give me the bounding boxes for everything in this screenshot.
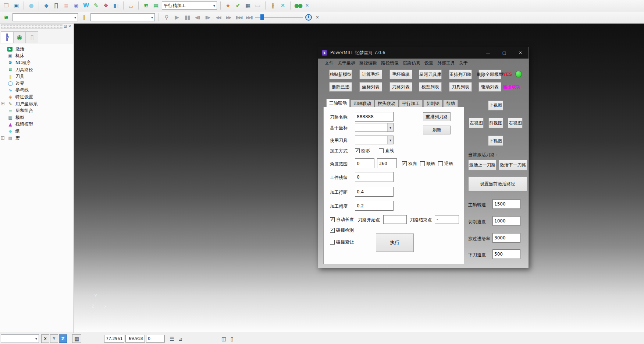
simulation-speed-slider[interactable] xyxy=(255,13,303,21)
coordinate-z-field[interactable]: 0 xyxy=(146,335,165,343)
coordinate-y-field[interactable]: -69.918 xyxy=(125,335,145,343)
expand-icon[interactable]: + xyxy=(1,102,4,105)
collision-check-checkbox[interactable]: 碰撞检测 xyxy=(330,227,354,234)
fast-forward-icon[interactable]: ▶▶ xyxy=(224,13,232,21)
checkbox-checked-icon[interactable] xyxy=(330,228,335,233)
rapid-heights-icon[interactable]: ≣ xyxy=(62,1,70,10)
bidirectional-checkbox[interactable]: 双向 xyxy=(402,161,417,167)
axis-x-toggle[interactable]: X xyxy=(41,334,49,343)
menu-settings[interactable]: 设置 xyxy=(424,60,433,66)
execute-button[interactable]: 执行 xyxy=(376,234,414,252)
menu-path-mirror[interactable]: 路径镜像 xyxy=(381,60,399,66)
pause-icon[interactable]: ▮▮ xyxy=(183,13,191,21)
cross-arrows-icon[interactable]: ✕ xyxy=(279,1,287,10)
ruler-icon[interactable]: ▭ xyxy=(254,1,262,10)
stock-allowance-input[interactable]: 0 xyxy=(355,172,394,182)
powermill-logo-icon[interactable]: ≋ xyxy=(142,1,150,10)
view-right-button[interactable]: 右视图 xyxy=(508,118,523,128)
tool-star-icon[interactable]: ★ xyxy=(224,1,232,10)
tree-item-activate[interactable]: ▶激活 xyxy=(0,46,73,53)
sim-toolbar-close-icon[interactable]: ✕ xyxy=(314,13,321,21)
workplane-indicator-icon[interactable]: ⊿ xyxy=(176,334,185,343)
toolpath-end-input[interactable]: - xyxy=(435,215,459,224)
plunge-feed-input[interactable]: 500 xyxy=(492,249,520,259)
tree-item-boundaries[interactable]: ◯边界 xyxy=(0,80,73,87)
activate-prev-button[interactable]: 激活上一刀路 xyxy=(468,160,497,171)
model-list-button[interactable]: 模型列表 xyxy=(419,82,442,92)
panel-float-icon[interactable]: ⊡ xyxy=(64,24,67,28)
auto-length-checkbox[interactable]: 自动长度 xyxy=(330,217,354,223)
edit-block-button[interactable]: 毛坯编辑 xyxy=(389,70,412,79)
tool-library-button[interactable]: 星河刀具库 xyxy=(419,70,442,79)
panel-close-icon[interactable]: ✕ xyxy=(68,24,71,28)
tree-item-tools[interactable]: ∥刀具 xyxy=(0,73,73,80)
panel-refresh-button[interactable]: 刷新 xyxy=(423,126,451,134)
view-front-button[interactable]: 前视图 xyxy=(488,118,503,128)
panel-gripper[interactable] xyxy=(1,27,63,29)
collision-avoid-checkbox[interactable]: 碰撞避让 xyxy=(330,239,354,245)
grid-toggle-icon[interactable]: ▦ xyxy=(72,334,81,343)
menu-path-edit[interactable]: 路径编辑 xyxy=(359,60,377,66)
go-to-start-icon[interactable]: ▮◀◀ xyxy=(235,13,243,21)
start-point-icon[interactable]: ❖ xyxy=(102,1,110,10)
pencil-edit-icon[interactable]: ✎ xyxy=(92,1,100,10)
menu-render-sim[interactable]: 渲染仿真 xyxy=(403,60,420,66)
strategy-list-icon[interactable]: ▤ xyxy=(152,1,160,10)
close-icon[interactable]: ✕ xyxy=(512,47,529,59)
strategy-dropdown[interactable]: 平行精加工 ▾ xyxy=(162,1,217,10)
paste-model-button[interactable]: 粘贴新模型 xyxy=(329,70,352,79)
tool-select-dropdown[interactable]: ▾ xyxy=(90,13,155,21)
view-top-button[interactable]: 上视图 xyxy=(488,101,503,110)
slider-thumb[interactable] xyxy=(260,14,264,20)
delete-all-models-button[interactable]: 删除全部模型 xyxy=(478,70,501,79)
tree-item-levels-sets[interactable]: ≡层和组合 xyxy=(0,107,73,114)
checkbox-icon[interactable] xyxy=(420,161,425,166)
clock-icon[interactable] xyxy=(305,14,312,21)
tolerance-input[interactable]: 0.2 xyxy=(355,201,394,211)
checkbox-icon[interactable] xyxy=(438,161,443,166)
panel-reorder-button[interactable]: 重排列刀路 xyxy=(423,112,451,121)
menu-file[interactable]: 文件 xyxy=(325,60,334,66)
activate-next-button[interactable]: 激活下一刀路 xyxy=(499,160,527,171)
view-bottom-button[interactable]: 下视图 xyxy=(488,136,503,146)
open-project-icon[interactable]: ❐ xyxy=(2,1,10,10)
tree-item-models[interactable]: ▦模型 xyxy=(0,114,73,121)
use-tool-select[interactable]: ▾ xyxy=(355,136,394,144)
spindle-speed-input[interactable]: 1500 xyxy=(492,199,520,209)
tree-item-machine[interactable]: ▣机床 xyxy=(0,53,73,60)
cutting-feed-input[interactable]: 1000 xyxy=(492,216,520,226)
checkbox-icon[interactable] xyxy=(379,148,384,153)
tab-help[interactable]: 帮助 xyxy=(443,100,458,107)
coordinate-list-icon[interactable]: ☰ xyxy=(167,334,177,343)
tree-item-nc-program[interactable]: ⚙NC程序 xyxy=(0,59,73,66)
tool-list-button[interactable]: 刀具列表 xyxy=(449,82,472,92)
checkbox-checked-icon[interactable] xyxy=(402,161,407,166)
leads-links-icon[interactable]: W xyxy=(82,1,90,10)
tree-item-macros[interactable]: +▤宏 xyxy=(0,135,73,142)
tab-recycle-bin[interactable]: ▯ xyxy=(26,31,38,43)
save-project-icon[interactable]: ▣ xyxy=(12,1,20,10)
view-left-button[interactable]: 左视图 xyxy=(469,118,484,128)
angle-from-input[interactable]: 0 xyxy=(355,158,374,168)
toolpath-name-input[interactable]: 888888 xyxy=(355,112,394,122)
checkbox-icon[interactable] xyxy=(330,240,335,245)
tab-3axis[interactable]: 三轴联动 xyxy=(326,99,350,107)
tree-item-toolpaths[interactable]: ≋刀具路径 xyxy=(0,66,73,73)
toolpath-list-button[interactable]: 刀路列表 xyxy=(389,82,412,92)
tool-check-icon[interactable]: ✔ xyxy=(234,1,242,10)
delete-selected-button[interactable]: 删除已选 xyxy=(329,82,352,92)
coord-list-button[interactable]: 坐标列表 xyxy=(359,82,382,92)
axis-z-toggle[interactable]: Z xyxy=(59,334,67,343)
drive-list-button[interactable]: 驱动列表 xyxy=(478,82,501,92)
cylinders-icon[interactable]: ●● xyxy=(294,1,302,10)
step-forward-icon[interactable]: ▮▶ xyxy=(204,13,212,21)
rewind-icon[interactable]: ◀◀ xyxy=(214,13,222,21)
workplane-dropdown[interactable]: ▾ xyxy=(1,334,39,343)
sphere-icon[interactable]: ● xyxy=(27,1,35,10)
tool-pair-icon[interactable]: ∦ xyxy=(269,1,277,10)
tree-item-patterns[interactable]: ∿参考线 xyxy=(0,87,73,94)
mode-line-checkbox[interactable]: 直线 xyxy=(379,148,394,154)
mode-circle-checkbox[interactable]: 圆形 xyxy=(355,148,370,154)
set-active-path-button[interactable]: 设置当前激活路径 xyxy=(468,176,527,192)
toolpath-select-dropdown[interactable]: ▾ xyxy=(13,13,78,21)
